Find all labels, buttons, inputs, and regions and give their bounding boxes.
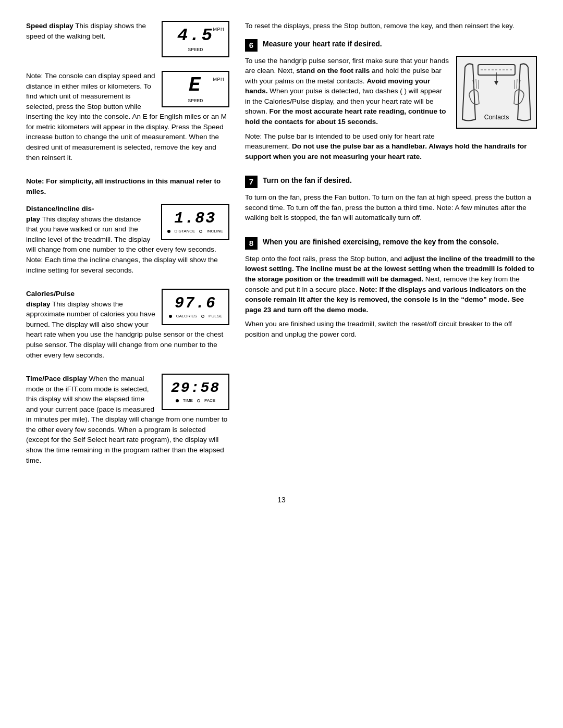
distance-label2: INCLINE: [206, 228, 223, 235]
time-title: Time/Pace display: [26, 375, 87, 382]
step6-section: 6 Measure your heart rate if desired.: [245, 39, 537, 166]
step8-title: When you are finished exercising, remove…: [263, 237, 499, 247]
step7-text: To turn on the fan, press the Fan button…: [245, 192, 537, 223]
distance-display-box: 1.83 DISTANCE INCLINE: [161, 204, 229, 240]
step6-title: Measure your heart rate if desired.: [263, 39, 382, 49]
step8-header: 8 When you are finished exercising, remo…: [245, 237, 537, 250]
calories-dot: [169, 315, 172, 318]
step7-section: 7 Turn on the fan if desired. To turn on…: [245, 175, 537, 227]
speed-label: SPEED: [188, 46, 203, 53]
speed-label2: SPEED: [188, 97, 203, 104]
time-label2: PACE: [204, 398, 215, 404]
step6-bold1: stand on the foot rails: [296, 67, 370, 75]
distance-label1: DISTANCE: [175, 228, 195, 235]
step7-number: 7: [245, 176, 258, 188]
calories-value: 97.6: [175, 295, 216, 311]
step8-section: 8 When you are finished exercising, remo…: [245, 237, 537, 344]
pace-dot: [197, 399, 200, 402]
step6-header: 6 Measure your heart rate if desired.: [245, 39, 537, 52]
reset-note: To reset the displays, press the Stop bu…: [245, 21, 537, 31]
step8-text1: Step onto the foot rails, press the Stop…: [245, 255, 402, 263]
speed-note-section: MPH E SPEED Note: The console can displa…: [26, 71, 229, 167]
step8-number: 8: [245, 237, 258, 250]
step6-bold3: For the most accurate heart rate reading…: [245, 107, 446, 126]
incline-dot: [199, 230, 202, 233]
calories-label2: PULSE: [209, 313, 222, 319]
speed-unit: MPH: [213, 26, 225, 33]
time-dot: [176, 399, 179, 402]
contacts-label: Contacts: [484, 113, 509, 122]
speed-display-section: MPH 4.5 SPEED Speed display This display…: [26, 21, 229, 61]
speed-e-display-box: MPH E SPEED: [162, 71, 229, 107]
contacts-image: Contacts: [456, 56, 537, 129]
time-display-box: 29:58 TIME PACE: [162, 374, 229, 410]
time-value: 29:58: [171, 381, 220, 396]
speed-value2: E: [189, 76, 202, 95]
time-label1: TIME: [183, 398, 193, 404]
calories-label1: CALORIES: [176, 313, 197, 319]
right-column: To reset the displays, press the Stop bu…: [245, 21, 537, 479]
distance-dot: [167, 230, 170, 233]
step7-header: 7 Turn on the fan if desired.: [245, 175, 537, 188]
step6-number: 6: [245, 39, 258, 52]
calories-section: 97.6 CALORIES PULSE Calories/Pulsedispla…: [26, 289, 229, 364]
step7-title: Turn on the fan if desired.: [263, 175, 352, 186]
distance-section: 1.83 DISTANCE INCLINE Distance/Incline d…: [26, 204, 229, 279]
speed-display-box: MPH 4.5 SPEED: [162, 21, 229, 57]
distance-value: 1.83: [174, 211, 216, 226]
speed-display-title: Speed display: [26, 22, 74, 30]
page-number: 13: [26, 495, 537, 505]
left-column: MPH 4.5 SPEED Speed display This display…: [26, 21, 229, 479]
note-bold: Note: For simplicity, all instructions i…: [26, 177, 221, 195]
step8-text3: When you are finished using the treadmil…: [245, 319, 537, 339]
speed-value: 4.5: [177, 27, 214, 44]
pulse-dot: [201, 315, 204, 318]
calories-display-box: 97.6 CALORIES PULSE: [162, 289, 229, 325]
speed-unit2: MPH: [213, 76, 225, 83]
time-section: 29:58 TIME PACE Time/Pace display When t…: [26, 374, 229, 470]
